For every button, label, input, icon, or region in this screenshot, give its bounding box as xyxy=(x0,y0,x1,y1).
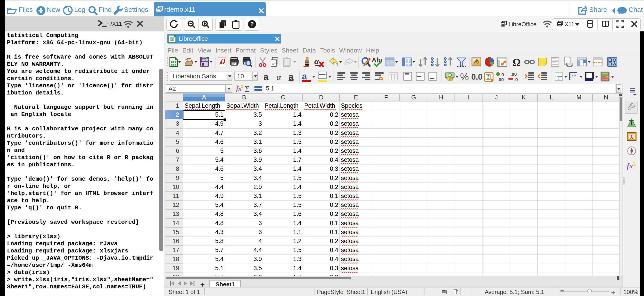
svg-text:3: 3 xyxy=(487,75,489,79)
svg-text:.00: .00 xyxy=(510,72,517,77)
svg-text:*: * xyxy=(456,289,458,293)
svg-text:.0: .0 xyxy=(500,72,504,77)
svg-text:?: ? xyxy=(250,21,254,27)
svg-text:fx: fx xyxy=(627,162,633,170)
svg-text:.0: .0 xyxy=(514,77,518,82)
svg-text:α: α xyxy=(314,57,319,66)
svg-text:T: T xyxy=(629,118,634,126)
svg-text:.00: .00 xyxy=(498,77,504,82)
